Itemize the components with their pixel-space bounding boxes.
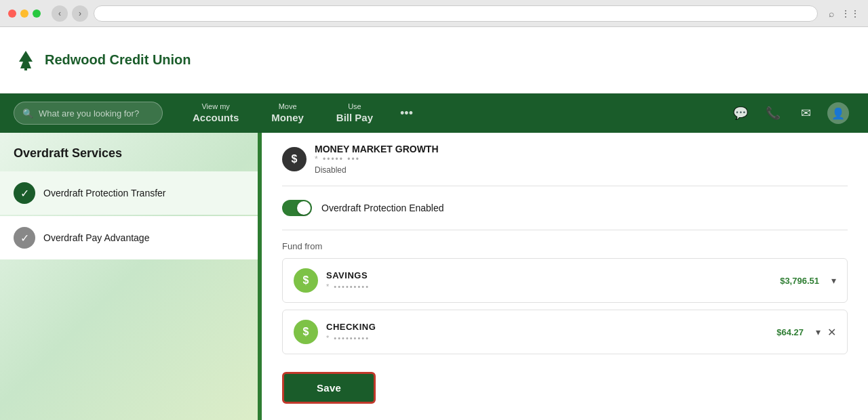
nav-items: View my Accounts Move Money Use Bill Pay… (176, 93, 724, 133)
nav-accounts-main: Accounts (193, 111, 239, 125)
sidebar-item-overdraft-transfer[interactable]: ✓ Overdraft Protection Transfer (0, 171, 258, 215)
fund-from-label: Fund from (282, 230, 848, 258)
checking-icon: $ (294, 320, 318, 344)
save-button-wrapper: Save (282, 361, 848, 415)
logo-text: Redwood Credit Union (45, 52, 191, 68)
money-market-name: MONEY MARKET GROWTH (315, 144, 848, 154)
nav-money-main: Money (271, 111, 304, 125)
checking-remove-button[interactable]: ✕ (827, 326, 836, 339)
nav-bar: 🔍 What are you looking for? View my Acco… (0, 93, 868, 133)
content-area: $ MONEY MARKET GROWTH * ••••• ••• Disabl… (262, 133, 868, 420)
checking-details: CHECKING * ••••••••• (326, 322, 768, 342)
checking-name: CHECKING (326, 322, 768, 332)
savings-masked: * ••••••••• (326, 282, 772, 291)
nav-billpay-sub: Use (348, 102, 361, 111)
toolbar-icons: ⌕ ⋮⋮ (829, 8, 860, 19)
sidebar-item-overdraft-advantage[interactable]: ✓ Overdraft Pay Advantage (0, 216, 258, 259)
chat-icon: 💬 (733, 106, 748, 121)
svg-rect-1 (24, 67, 27, 70)
forward-button[interactable]: › (72, 5, 88, 22)
nav-item-money[interactable]: Move Money (255, 93, 320, 133)
browser-nav-buttons: ‹ › (52, 5, 88, 22)
checking-masked: * ••••••••• (326, 334, 768, 342)
savings-actions: $3,796.51 ▾ (780, 275, 836, 286)
mail-icon: ✉ (801, 106, 811, 121)
phone-button[interactable]: 📞 (757, 93, 789, 133)
money-market-status: Disabled (315, 165, 848, 175)
sidebar: Overdraft Services ✓ Overdraft Protectio… (0, 133, 258, 420)
sidebar-title: Overdraft Services (0, 133, 258, 171)
savings-account-card: $ SAVINGS * ••••••••• $3,796.51 ▾ (282, 258, 848, 303)
money-market-masked: * ••••• ••• (315, 154, 848, 164)
back-button[interactable]: ‹ (52, 5, 68, 22)
sidebar-item-advantage-label: Overdraft Pay Advantage (43, 232, 149, 243)
search-icon: ⌕ (829, 8, 834, 19)
overdraft-protection-toggle[interactable] (282, 200, 312, 216)
nav-more-button[interactable]: ••• (389, 106, 424, 121)
checking-account-card: $ CHECKING * ••••••••• $64.27 ▾ ✕ (282, 310, 848, 354)
savings-chevron-icon[interactable]: ▾ (831, 275, 836, 286)
toggle-label: Overdraft Protection Enabled (321, 203, 444, 213)
money-market-icon: $ (282, 147, 307, 171)
menu-icon: ⋮⋮ (841, 8, 860, 19)
nav-billpay-main: Bill Pay (336, 111, 373, 125)
toggle-knob (297, 201, 311, 215)
sidebar-item-transfer-label: Overdraft Protection Transfer (43, 188, 166, 198)
nav-item-billpay[interactable]: Use Bill Pay (320, 93, 389, 133)
title-bar: ‹ › ⌕ ⋮⋮ (0, 0, 868, 27)
traffic-lights (8, 9, 41, 18)
money-market-info: MONEY MARKET GROWTH * ••••• ••• Disabled (315, 144, 848, 175)
search-box[interactable]: 🔍 What are you looking for? (14, 102, 163, 125)
minimize-window-button[interactable] (20, 9, 28, 18)
checking-actions: $64.27 ▾ ✕ (776, 326, 836, 339)
main-container: Overdraft Services ✓ Overdraft Protectio… (0, 133, 868, 420)
avatar: 👤 (827, 102, 849, 124)
save-button[interactable]: Save (282, 372, 376, 404)
checking-chevron-icon[interactable]: ▾ (816, 327, 821, 337)
svg-marker-0 (19, 51, 33, 68)
nav-accounts-sub: View my (201, 102, 229, 111)
overdraft-transfer-icon: ✓ (14, 182, 35, 204)
header: Redwood Credit Union (0, 27, 868, 93)
logo-tree-icon (14, 48, 38, 72)
nav-actions: 💬 📞 ✉ 👤 (724, 93, 854, 133)
mail-button[interactable]: ✉ (789, 93, 822, 133)
content-inner: $ MONEY MARKET GROWTH * ••••• ••• Disabl… (262, 133, 868, 420)
nav-item-accounts[interactable]: View my Accounts (176, 93, 255, 133)
savings-icon: $ (294, 268, 318, 293)
nav-money-sub: Move (279, 102, 297, 111)
overdraft-advantage-icon: ✓ (14, 227, 35, 249)
money-market-row: $ MONEY MARKET GROWTH * ••••• ••• Disabl… (282, 133, 848, 186)
toggle-row: Overdraft Protection Enabled (282, 186, 848, 230)
search-placeholder: What are you looking for? (39, 108, 139, 119)
savings-details: SAVINGS * ••••••••• (326, 270, 772, 291)
maximize-window-button[interactable] (33, 9, 41, 18)
checking-balance: $64.27 (776, 327, 804, 337)
savings-name: SAVINGS (326, 270, 772, 280)
close-window-button[interactable] (8, 9, 16, 18)
chat-button[interactable]: 💬 (724, 93, 757, 133)
profile-button[interactable]: 👤 (822, 93, 854, 133)
phone-icon: 📞 (766, 106, 781, 121)
logo: Redwood Credit Union (14, 48, 191, 72)
savings-balance: $3,796.51 (780, 276, 819, 286)
address-bar[interactable] (94, 5, 818, 22)
search-icon: 🔍 (22, 108, 33, 119)
